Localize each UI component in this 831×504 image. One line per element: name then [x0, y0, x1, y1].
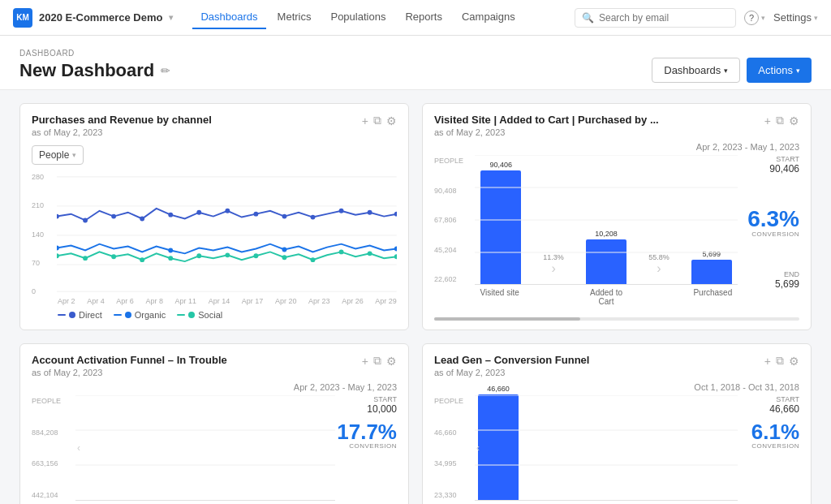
svg-point-19: [83, 256, 88, 261]
chart-legend: Direct Organic Social: [32, 310, 397, 320]
page-header-row: New Dashboard ✏ Dashboards ▾ Actions ▾: [19, 58, 812, 83]
card2-subtitle: as of May 2, 2023: [434, 127, 659, 137]
svg-point-22: [169, 256, 174, 261]
card3-y1: 884,208: [32, 429, 72, 437]
card3-chart-area: PEOPLE 884,208 663,156 442,104 ‹: [32, 395, 335, 501]
svg-point-18: [57, 253, 59, 258]
card2-y-axis: PEOPLE 90,408 67,806 45,204 22,602: [434, 155, 471, 285]
card1-add-icon[interactable]: +: [362, 114, 368, 127]
card4-start-group: START 46,660: [769, 395, 799, 415]
card4-start-value: 46,660: [769, 403, 799, 415]
legend-social-label: Social: [198, 310, 222, 320]
card4-copy-icon[interactable]: ⧉: [776, 354, 784, 368]
svg-point-29: [368, 251, 372, 256]
nav-reports[interactable]: Reports: [397, 6, 450, 29]
legend-organic: Organic: [114, 310, 166, 320]
x-visited: Visited site: [475, 288, 524, 306]
card4-y-axis: PEOPLE 46,660 34,995 23,330: [434, 395, 471, 501]
svg-point-24: [226, 252, 230, 257]
card4-subtitle: as of May 2, 2023: [434, 368, 589, 377]
card1-copy-icon[interactable]: ⧉: [373, 114, 381, 127]
svg-point-23: [197, 253, 202, 258]
breadcrumb: DASHBOARD: [19, 49, 812, 58]
search-box[interactable]: 🔍: [575, 8, 736, 28]
svg-point-5: [57, 214, 59, 219]
settings-button[interactable]: Settings ▾: [773, 11, 818, 24]
pct1-arrow: ›: [551, 261, 555, 276]
card4-add-icon[interactable]: +: [764, 355, 771, 368]
x-label-11: Apr 29: [375, 297, 397, 305]
card2-copy-icon[interactable]: ⧉: [776, 114, 784, 127]
scrollbar-thumb[interactable]: [434, 317, 580, 321]
svg-point-30: [394, 254, 397, 259]
dashboards-chevron-icon: ▾: [724, 67, 728, 75]
card3-scroll-left[interactable]: ‹: [77, 442, 80, 454]
nav-campaigns[interactable]: Campaigns: [454, 6, 523, 29]
card1-settings-icon[interactable]: ⚙: [386, 114, 397, 127]
pct2-arrow: ›: [657, 261, 661, 276]
card2-add-icon[interactable]: +: [764, 114, 771, 127]
svg-point-10: [197, 210, 202, 215]
card3-actions: + ⧉ ⚙: [362, 354, 397, 368]
nav-populations[interactable]: Populations: [322, 6, 394, 29]
card4-y3: 23,330: [434, 491, 471, 499]
scrollbar-track[interactable]: [434, 317, 799, 321]
card3-add-icon[interactable]: +: [362, 355, 368, 368]
card4-scroll-left[interactable]: ‹: [476, 442, 480, 454]
line-chart-wrapper: 280 210 140 70 0: [32, 171, 397, 297]
svg-point-15: [339, 209, 344, 213]
card2-x-axis: Visited site Added to Cart Purchased: [434, 288, 738, 306]
actions-button[interactable]: Actions ▾: [747, 58, 812, 83]
navbar: KM 2020 E-Commerce Demo ▾ Dashboards Met…: [0, 0, 831, 36]
page-header: DASHBOARD New Dashboard ✏ Dashboards ▾ A…: [0, 36, 831, 90]
card4-bar1-rect: [478, 394, 519, 500]
purchases-revenue-card: Purchases and Revenue by channel as of M…: [19, 103, 409, 330]
card3-date-range: Apr 2, 2023 - May 1, 2023: [20, 382, 408, 395]
card2-y3: 45,204: [434, 246, 471, 254]
svg-point-17: [394, 212, 397, 217]
legend-organic-label: Organic: [135, 310, 166, 320]
dashboards-button[interactable]: Dashboards ▾: [652, 58, 740, 83]
card4-actions: + ⧉ ⚙: [764, 354, 799, 368]
bar3-rect: [691, 260, 732, 284]
bar-chart-area: PEOPLE 90,408 67,806 45,204 22,602: [434, 155, 738, 306]
nav-dashboards[interactable]: Dashboards: [192, 6, 265, 29]
card4-settings-icon[interactable]: ⚙: [789, 355, 799, 368]
search-input[interactable]: [599, 12, 729, 24]
card4-conversion-group: 6.1% CONVERSION: [751, 421, 799, 450]
x-label-4: Apr 8: [145, 297, 163, 305]
nav-metrics[interactable]: Metrics: [269, 6, 320, 29]
card3-conversion-pct: 17.7%: [337, 421, 397, 442]
svg-point-33: [282, 248, 287, 252]
card2-end-group: END 5,699: [775, 270, 799, 290]
edit-icon[interactable]: ✏: [161, 64, 170, 77]
pct1-group: 11.3% ›: [543, 253, 564, 284]
page-title: New Dashboard: [19, 60, 154, 81]
org-name: 2020 E-Commerce Demo: [39, 11, 162, 24]
card2-end-value: 5,699: [775, 278, 799, 290]
card2-settings-icon[interactable]: ⚙: [789, 114, 799, 127]
card4-bar1-value: 46,660: [487, 385, 510, 393]
card3-copy-icon[interactable]: ⧉: [373, 354, 381, 368]
svg-point-13: [282, 214, 287, 219]
svg-point-27: [311, 257, 316, 262]
card4-bar1: 46,660: [478, 385, 519, 500]
x-label-5: Apr 11: [175, 297, 197, 305]
card3-y2: 663,156: [32, 459, 72, 467]
x-label-9: Apr 23: [308, 297, 330, 305]
help-button[interactable]: ? ▾: [744, 11, 765, 25]
svg-point-14: [311, 215, 316, 220]
x-label-6: Apr 14: [209, 297, 230, 305]
people-dropdown[interactable]: People ▾: [32, 145, 84, 165]
card1-title: Purchases and Revenue by channel: [32, 114, 212, 126]
card3-settings-icon[interactable]: ⚙: [386, 355, 397, 368]
card4-right: START 46,660 6.1% CONVERSION: [743, 395, 799, 501]
line-chart-svg: [57, 171, 397, 297]
card1-actions: + ⧉ ⚙: [362, 114, 397, 127]
visited-site-card: Visited Site | Added to Cart | Purchased…: [422, 103, 812, 330]
card3-start-group: START 10,000: [367, 395, 397, 415]
card2-title: Visited Site | Added to Cart | Purchased…: [434, 114, 659, 126]
x-label-2: Apr 4: [87, 297, 105, 305]
x-label-10: Apr 26: [342, 297, 364, 305]
svg-point-6: [83, 218, 88, 223]
